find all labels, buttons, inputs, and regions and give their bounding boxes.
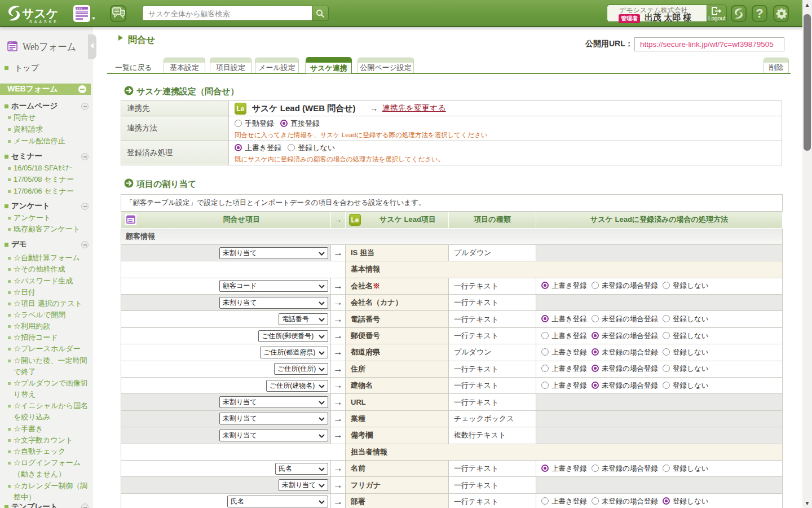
svg-text:サスケ: サスケ (22, 7, 58, 20)
svg-text:SAASKE: SAASKE (29, 20, 59, 24)
